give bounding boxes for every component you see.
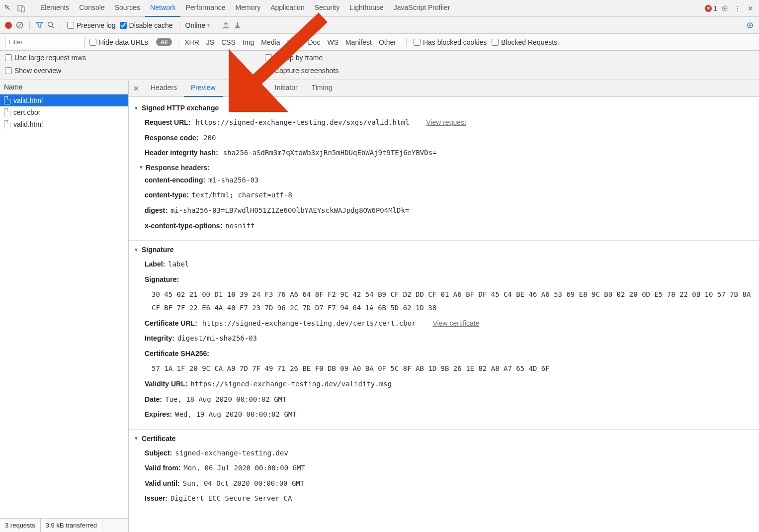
preserve-log-checkbox[interactable]: Preserve log	[67, 21, 116, 29]
devtools-top-tabs: ElementsConsoleSourcesNetworkPerformance…	[0, 0, 759, 17]
tab-network[interactable]: Network	[145, 0, 180, 17]
detail-tab-response[interactable]: Response	[223, 80, 268, 97]
filter-bar: Hide data URLs All XHRJSCSSImgMediaFontD…	[0, 34, 759, 51]
signature-section: ▼ Signature Label:label Signature: 30 45…	[129, 241, 759, 430]
tab-sources[interactable]: Sources	[110, 0, 145, 17]
request-row[interactable]: valid.html	[0, 118, 128, 130]
has-blocked-cookies-checkbox[interactable]: Has blocked cookies	[414, 38, 487, 46]
tab-elements[interactable]: Elements	[35, 0, 74, 17]
header-integrity-label: Header integrity hash:	[145, 149, 218, 157]
use-large-rows-checkbox[interactable]: Use large request rows	[5, 54, 86, 62]
response-code-value: 200	[203, 134, 216, 142]
response-headers-title: Response headers:	[146, 164, 210, 172]
network-settings-icon[interactable]	[746, 21, 754, 29]
detail-tab-initiator[interactable]: Initiator	[268, 80, 305, 97]
group-by-frame-checkbox[interactable]: Group by frame	[265, 54, 338, 62]
sxg-section: ▼ Signed HTTP exchange Learn more Reques…	[129, 99, 759, 241]
cert-sha256-value: 57 1A 1F 20 9C CA A9 7D 7F 49 71 26 BE F…	[152, 362, 754, 375]
separator	[31, 4, 31, 13]
request-url-label: Request URL:	[145, 118, 191, 126]
requests-header[interactable]: Name	[0, 80, 128, 94]
file-icon	[4, 120, 10, 128]
main-area: Name valid.htmlcert.cborvalid.html 3 req…	[0, 80, 759, 532]
certificate-section: ▼ Certificate Subject:signed-exchange-te…	[129, 430, 759, 513]
request-row[interactable]: valid.html	[0, 94, 128, 106]
filter-type-all[interactable]: All	[156, 38, 172, 46]
status-transferred: 3.9 kB transferred	[41, 519, 102, 532]
collapse-icon[interactable]: ▼	[134, 105, 139, 111]
file-icon	[4, 96, 10, 104]
detail-body: ▼ Signed HTTP exchange Learn more Reques…	[129, 97, 759, 532]
tab-memory[interactable]: Memory	[231, 0, 266, 17]
request-name: cert.cbor	[13, 108, 40, 116]
import-har-icon[interactable]	[222, 21, 230, 29]
tab-console[interactable]: Console	[74, 0, 109, 17]
request-row[interactable]: cert.cbor	[0, 106, 128, 118]
settings-gear-icon[interactable]	[719, 3, 730, 14]
filter-type-img[interactable]: Img	[243, 38, 254, 46]
filter-type-css[interactable]: CSS	[221, 38, 236, 46]
record-icon[interactable]	[5, 22, 12, 29]
export-har-icon[interactable]	[234, 21, 241, 29]
throttling-select[interactable]: Online	[185, 21, 210, 29]
more-menu-icon[interactable]: ⋮	[732, 3, 743, 14]
options-bar: Use large request rows Show overview Gro…	[0, 51, 759, 80]
detail-pane: ✕ HeadersPreviewResponseInitiatorTiming …	[129, 80, 759, 532]
filter-icon[interactable]	[36, 21, 43, 29]
tab-performance[interactable]: Performance	[180, 0, 230, 17]
network-toolbar: Preserve log Disable cache Online	[0, 17, 759, 34]
blocked-requests-checkbox[interactable]: Blocked Requests	[492, 38, 557, 46]
requests-sidebar: Name valid.htmlcert.cborvalid.html 3 req…	[0, 80, 129, 532]
tab-security[interactable]: Security	[310, 0, 345, 17]
detail-tab-preview[interactable]: Preview	[184, 80, 223, 97]
detail-tab-timing[interactable]: Timing	[305, 80, 339, 97]
detail-tabs: ✕ HeadersPreviewResponseInitiatorTiming	[129, 80, 759, 97]
filter-type-media[interactable]: Media	[261, 38, 280, 46]
tab-lighthouse[interactable]: Lighthouse	[344, 0, 389, 17]
request-url-value: https://signed-exchange-testing.dev/sxgs…	[195, 118, 409, 126]
error-icon: ✕	[705, 5, 712, 12]
svg-line-7	[52, 26, 54, 28]
collapse-icon[interactable]: ▼	[134, 436, 139, 441]
disable-cache-checkbox[interactable]: Disable cache	[120, 21, 173, 29]
capture-screenshots-checkbox[interactable]: Capture screenshots	[265, 67, 338, 75]
svg-point-9	[749, 24, 751, 26]
hide-data-urls-checkbox[interactable]: Hide data URLs	[89, 38, 148, 46]
request-name: valid.html	[13, 120, 43, 128]
requests-list: valid.htmlcert.cborvalid.html	[0, 94, 128, 518]
filter-type-font[interactable]: Font	[287, 38, 301, 46]
svg-rect-1	[21, 7, 24, 12]
show-overview-checkbox[interactable]: Show overview	[5, 67, 86, 75]
status-requests: 3 requests	[0, 519, 41, 532]
tab-application[interactable]: Application	[265, 0, 310, 17]
detail-tab-headers[interactable]: Headers	[144, 80, 184, 97]
request-name: valid.html	[13, 96, 43, 104]
file-icon	[4, 108, 10, 116]
error-badge[interactable]: ✕ 1	[705, 4, 717, 12]
close-devtools-icon[interactable]: ✕	[745, 3, 756, 14]
learn-more-link[interactable]: Learn more	[234, 104, 269, 112]
clear-icon[interactable]	[16, 21, 23, 29]
filter-type-ws[interactable]: WS	[327, 38, 338, 46]
svg-line-5	[18, 23, 22, 27]
close-detail-icon[interactable]: ✕	[129, 85, 144, 92]
filter-type-manifest[interactable]: Manifest	[345, 38, 372, 46]
filter-type-doc[interactable]: Doc	[308, 38, 320, 46]
filter-type-js[interactable]: JS	[206, 38, 214, 46]
inspect-icon[interactable]	[3, 3, 14, 14]
sxg-title: Signed HTTP exchange	[142, 104, 219, 112]
search-icon[interactable]	[47, 21, 55, 29]
response-code-label: Response code:	[145, 134, 198, 142]
collapse-icon[interactable]: ▼	[139, 165, 144, 170]
view-request-link[interactable]: View request	[426, 118, 466, 126]
device-toolbar-icon[interactable]	[16, 3, 27, 14]
view-certificate-link[interactable]: View certificate	[432, 319, 479, 327]
status-bar: 3 requests 3.9 kB transferred	[0, 518, 128, 532]
filter-input[interactable]	[5, 37, 84, 47]
filter-type-xhr[interactable]: XHR	[184, 38, 199, 46]
tab-javascript-profiler[interactable]: JavaScript Profiler	[389, 0, 455, 17]
svg-point-3	[724, 7, 726, 9]
signature-value: 30 45 02 21 00 D1 10 39 24 F3 76 A6 64 8…	[152, 288, 754, 314]
collapse-icon[interactable]: ▼	[134, 247, 139, 253]
filter-type-other[interactable]: Other	[379, 38, 396, 46]
